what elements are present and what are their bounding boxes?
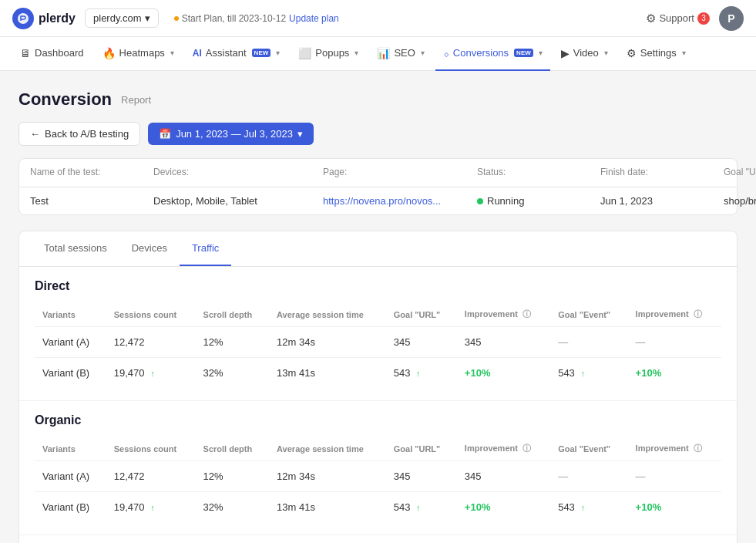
col-avg-time: Average session time bbox=[269, 437, 386, 461]
col-scroll: Scroll depth bbox=[196, 437, 270, 461]
date-range-label: Jun 1, 2023 — Jul 3, 2023 bbox=[176, 128, 293, 140]
date-range-button[interactable]: 📅 Jun 1, 2023 — Jul 3, 2023 ▾ bbox=[148, 123, 314, 145]
page-label: Page: bbox=[323, 167, 455, 177]
nav-label-conversions: Conversions bbox=[453, 47, 509, 59]
popups-icon: ⬜ bbox=[298, 47, 311, 59]
nav-item-seo[interactable]: 📊 SEO ▾ bbox=[369, 37, 432, 71]
nav-label-assistant: Assistant bbox=[206, 47, 247, 59]
table-row: Variant (A) 12,472 12% 12m 34s 345 345 —… bbox=[35, 461, 721, 492]
tab-devices[interactable]: Devices bbox=[119, 231, 180, 266]
scroll-a: 12% bbox=[196, 461, 270, 492]
col-goal-event: Goal "Event" bbox=[550, 437, 627, 461]
logo[interactable]: plerdy bbox=[12, 8, 76, 29]
avg-time-b: 13m 41s bbox=[269, 492, 386, 523]
table-row: Variant (A) 12,472 12% 12m 34s 345 345 —… bbox=[35, 327, 721, 358]
domain-selector[interactable]: plerdy.com ▾ bbox=[85, 8, 159, 28]
finish-label: Finish date: bbox=[600, 167, 702, 177]
calendar-icon: 📅 bbox=[159, 128, 171, 140]
nav-item-heatmaps[interactable]: 🔥 Heatmaps ▾ bbox=[95, 37, 182, 71]
nav-label-popups: Popups bbox=[315, 47, 349, 59]
nav-label-dashboard: Dashboard bbox=[35, 47, 84, 59]
up-arrow-icon: ↑ bbox=[416, 503, 421, 512]
tab-total-sessions[interactable]: Total sessions bbox=[32, 231, 119, 266]
video-icon: ▶ bbox=[561, 47, 570, 59]
variant-b-label: Variant (B) bbox=[35, 358, 106, 389]
up-arrow-icon: ↑ bbox=[580, 503, 585, 512]
devices-value-cell: Desktop, Mobile, Tablet bbox=[143, 187, 312, 214]
nav-item-settings[interactable]: ⚙ Settings ▾ bbox=[619, 37, 694, 71]
avatar[interactable]: P bbox=[719, 6, 744, 31]
goal-event-a: — bbox=[550, 461, 627, 492]
support-button[interactable]: ⚙ Support 3 bbox=[646, 12, 710, 25]
section-organic-title: Organic bbox=[35, 413, 721, 427]
col-sessions: Sessions count bbox=[106, 302, 196, 327]
page-label-cell: Page: bbox=[312, 159, 466, 187]
improvement2-b: +10% bbox=[628, 492, 721, 523]
tab-bar: Total sessions Devices Traffic bbox=[19, 231, 737, 267]
nav-label-heatmaps: Heatmaps bbox=[119, 47, 165, 59]
status-dot bbox=[477, 198, 483, 204]
info-icon[interactable]: ⓘ bbox=[694, 309, 702, 319]
nav-label-video: Video bbox=[573, 47, 599, 59]
topbar-right: ⚙ Support 3 P bbox=[646, 6, 744, 31]
domain-value: plerdy.com bbox=[93, 12, 142, 24]
finish-value-cell: Jun 1, 2023 bbox=[590, 187, 713, 214]
page-header: Conversion Report bbox=[18, 89, 738, 110]
seo-icon: 📊 bbox=[377, 47, 390, 59]
col-improvement2: Improvement ⓘ bbox=[628, 437, 721, 461]
up-arrow-icon: ↑ bbox=[580, 369, 585, 378]
direct-table-header: Variants Sessions count Scroll depth Ave… bbox=[35, 302, 721, 327]
goal-url-b: 543 ↑ bbox=[386, 358, 457, 389]
conversions-icon: ⬦ bbox=[443, 47, 449, 59]
sessions-a: 12,472 bbox=[106, 461, 196, 492]
info-icon[interactable]: ⓘ bbox=[694, 444, 702, 453]
scroll-b: 32% bbox=[196, 358, 270, 389]
goal-url-label-cell: Goal "URL": bbox=[713, 159, 756, 187]
chevron-icon: ▾ bbox=[354, 49, 358, 57]
status-text: Running bbox=[487, 195, 524, 207]
chevron-down-icon: ▾ bbox=[145, 12, 150, 24]
page-title: Conversion bbox=[18, 89, 112, 110]
organic-header-row: Variants Sessions count Scroll depth Ave… bbox=[35, 437, 721, 461]
page-value-cell: https://novena.pro/novos... bbox=[312, 187, 466, 214]
tab-traffic[interactable]: Traffic bbox=[180, 231, 231, 266]
variant-a-label: Variant (A) bbox=[35, 461, 106, 492]
sessions-b: 19,470 ↑ bbox=[106, 492, 196, 523]
tab-devices-label: Devices bbox=[132, 242, 167, 254]
name-label: Name of the test: bbox=[30, 167, 132, 177]
improvement2-b: +10% bbox=[628, 358, 721, 389]
gear-icon: ⚙ bbox=[646, 12, 656, 25]
col-improvement2: Improvement ⓘ bbox=[628, 302, 721, 327]
chevron-icon: ▾ bbox=[539, 49, 543, 57]
devices-label: Devices: bbox=[153, 167, 301, 177]
goal-url-b: 543 ↑ bbox=[386, 492, 457, 523]
organic-table: Variants Sessions count Scroll depth Ave… bbox=[35, 437, 721, 522]
svg-point-0 bbox=[18, 13, 29, 24]
nav-item-conversions[interactable]: ⬦ Conversions NEW ▾ bbox=[435, 37, 550, 71]
support-label: Support bbox=[659, 12, 694, 24]
page-value-link[interactable]: https://novena.pro/novos... bbox=[323, 195, 441, 207]
plan-text: Start Plan, till 2023-10-12 bbox=[182, 13, 286, 24]
chevron-icon: ▾ bbox=[421, 49, 425, 57]
info-icon[interactable]: ⓘ bbox=[522, 309, 531, 319]
update-plan-link[interactable]: Update plan bbox=[289, 13, 339, 24]
ai-icon: AI bbox=[193, 48, 202, 59]
devices-label-cell: Devices: bbox=[143, 159, 312, 187]
settings-icon: ⚙ bbox=[627, 47, 637, 59]
improvement1-b: +10% bbox=[457, 492, 550, 523]
section-organic: Organic Variants Sessions count Scroll d… bbox=[19, 401, 737, 535]
nav-item-popups[interactable]: ⬜ Popups ▾ bbox=[291, 37, 366, 71]
section-direct: Direct Variants Sessions count Scroll de… bbox=[19, 267, 737, 400]
nav-item-video[interactable]: ▶ Video ▾ bbox=[553, 37, 616, 71]
support-badge: 3 bbox=[697, 12, 710, 25]
goal-event-a: — bbox=[550, 327, 627, 358]
up-arrow-icon: ↑ bbox=[150, 503, 155, 512]
avg-time-a: 12m 34s bbox=[269, 327, 386, 358]
nav-item-assistant[interactable]: AI Assistant NEW ▾ bbox=[185, 37, 287, 71]
back-button[interactable]: ← Back to A/B testing bbox=[18, 122, 140, 146]
info-icon[interactable]: ⓘ bbox=[522, 444, 531, 453]
goal-url-label: Goal "URL": bbox=[724, 167, 756, 177]
nav-item-dashboard[interactable]: 🖥 Dashboard bbox=[12, 37, 92, 71]
info-table-header: Name of the test: Devices: Page: Status:… bbox=[19, 159, 737, 187]
status-label-cell: Status: bbox=[466, 159, 590, 187]
